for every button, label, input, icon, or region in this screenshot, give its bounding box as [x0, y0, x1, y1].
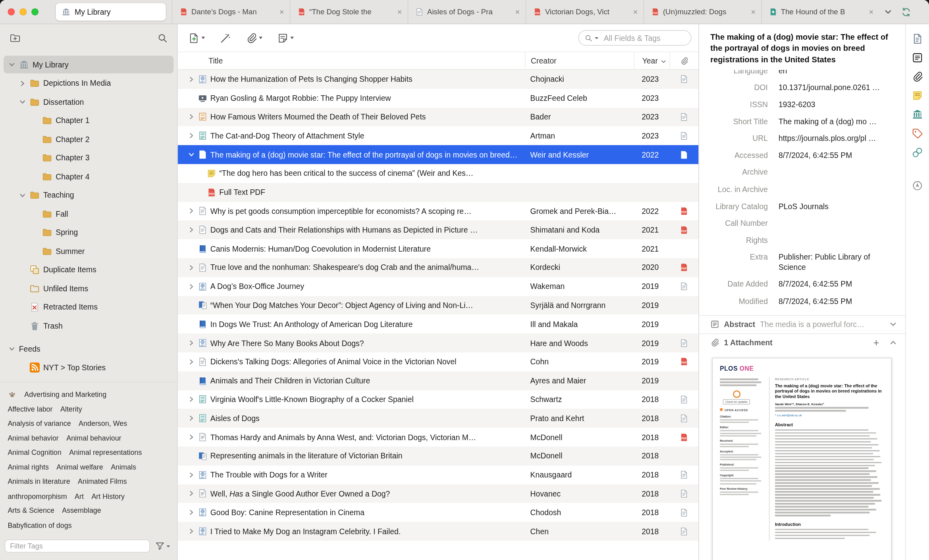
tag-babyfication-of-dogs[interactable]: Babyfication of dogs: [8, 521, 71, 529]
items-search-box[interactable]: [578, 30, 691, 46]
chevron-up-icon[interactable]: [889, 339, 897, 346]
twisty-icon[interactable]: [187, 509, 195, 516]
item-row[interactable]: Why is pet goods consumption imperceptib…: [178, 202, 699, 220]
document-tab-dante-s-dogs-man[interactable]: PDFDante’s Dogs - Man×: [172, 0, 290, 24]
item-pane-tab-tag[interactable]: [912, 128, 923, 139]
item-row[interactable]: Animals and Their Children in Victorian …: [178, 371, 699, 390]
field-value[interactable]: 1932-6203: [776, 100, 905, 109]
item-row[interactable]: The Trouble with Dogs for a WriterKnausg…: [178, 466, 699, 484]
twisty-icon[interactable]: [19, 80, 26, 87]
item-row[interactable]: Canis Modernis: Human/Dog Coevolution in…: [178, 239, 699, 258]
tag-animal-cognition[interactable]: Animal Cognition: [8, 448, 61, 457]
field-value[interactable]: en: [776, 70, 905, 75]
sidebar-item-chapter-2[interactable]: Chapter 2: [4, 130, 173, 148]
chevron-down-icon[interactable]: [889, 321, 897, 328]
tag-animal-behaviour[interactable]: Animal behaviour: [66, 434, 121, 442]
tag-alterity[interactable]: Alterity: [60, 405, 82, 413]
tab-close-button[interactable]: ×: [867, 8, 875, 16]
item-row[interactable]: In Dogs We Trust: An Anthology of Americ…: [178, 315, 699, 333]
tag-assemblage[interactable]: Assemblage: [62, 506, 101, 515]
sidebar-item-summer[interactable]: Summer: [4, 242, 173, 260]
tag-emoji[interactable]: [8, 390, 16, 398]
collection-search-icon[interactable]: [158, 33, 168, 43]
field-value[interactable]: https://journals.plos.org/pl …: [776, 134, 905, 143]
item-row[interactable]: Dickens's Talking Dogs: Allegories of An…: [178, 352, 699, 371]
twisty-icon[interactable]: [187, 264, 195, 271]
tab-close-button[interactable]: ×: [631, 8, 640, 16]
twisty-icon[interactable]: [8, 345, 15, 352]
abstract-section-header[interactable]: Abstract The media is a powerful forc…: [699, 315, 905, 333]
sidebar-item-feeds[interactable]: Feeds: [4, 340, 173, 358]
sidebar-item-duplicate-items[interactable]: Duplicate Items: [4, 261, 173, 279]
tag-art[interactable]: Art: [75, 492, 84, 500]
tag-animal-behavior[interactable]: Animal behavior: [8, 434, 58, 442]
add-attachment-button[interactable]: +: [873, 338, 879, 348]
document-tab-aisles-of-dogs-pra[interactable]: Aisles of Dogs - Pra×: [408, 0, 526, 24]
tab-close-button[interactable]: ×: [749, 8, 757, 16]
field-value[interactable]: The making of a (dog) mo …: [776, 117, 905, 126]
sidebar-item-teaching[interactable]: Teaching: [4, 186, 173, 204]
add-by-identifier-button[interactable]: [220, 32, 231, 43]
item-row[interactable]: Dogs and Cats and Their Relationships wi…: [178, 221, 699, 239]
item-row[interactable]: I Tried to Make My Dog an Instagram Cele…: [178, 522, 699, 541]
new-note-button[interactable]: [277, 32, 294, 43]
zoom-window-button[interactable]: [31, 8, 39, 15]
twisty-icon[interactable]: [187, 339, 195, 346]
tag-anderson-wes[interactable]: Anderson, Wes: [79, 420, 127, 428]
sidebar-item-chapter-3[interactable]: Chapter 3: [4, 149, 173, 167]
attachments-section-header[interactable]: 1 Attachment +: [699, 333, 905, 352]
twisty-icon[interactable]: [187, 358, 195, 366]
twisty-icon[interactable]: [187, 76, 195, 83]
tag-anthropomorphism[interactable]: anthropomorphism: [8, 492, 67, 500]
sidebar-item-fall[interactable]: Fall: [4, 205, 173, 223]
item-row[interactable]: Good Boy: Canine Representation in Cinem…: [178, 503, 699, 522]
column-header-creator[interactable]: Creator: [525, 52, 634, 69]
minimize-window-button[interactable]: [19, 8, 27, 15]
sidebar-item-trash[interactable]: Trash: [4, 317, 173, 335]
tag-art-history[interactable]: Art History: [91, 492, 125, 500]
twisty-icon[interactable]: [187, 396, 195, 403]
item-row[interactable]: A Dog’s Box-Office JourneyWakeman2019: [178, 277, 699, 296]
sidebar-item-retracted-items[interactable]: Retracted Items: [4, 298, 173, 316]
sync-icon[interactable]: [901, 7, 911, 17]
field-value[interactable]: 8/7/2024, 6:42:55 PM: [776, 297, 905, 306]
tag-analysis-of-variance[interactable]: Analysis of variance: [8, 420, 71, 428]
items-search-input[interactable]: [603, 33, 685, 43]
twisty-icon[interactable]: [187, 208, 195, 215]
tab-my-library[interactable]: My Library: [56, 3, 166, 21]
item-row[interactable]: The making of a (dog) movie star: The ef…: [178, 145, 699, 164]
item-row[interactable]: Aisles of DogsPrato and Kehrt2018: [178, 409, 699, 427]
item-row[interactable]: How the Humanization of Pets Is Changing…: [178, 70, 699, 89]
twisty-icon[interactable]: [187, 226, 195, 233]
item-row[interactable]: “When Your Dog Matches Your Decor”: Obje…: [178, 296, 699, 314]
item-pane-tab-abstract[interactable]: [912, 52, 923, 63]
item-row[interactable]: Well, Has a Single Good Author Ever Owne…: [178, 484, 699, 503]
item-row[interactable]: Thomas Hardy and Animals by Anna West, a…: [178, 428, 699, 446]
tag-advertising-and-marketing[interactable]: Advertising and Marketing: [24, 390, 106, 398]
item-row[interactable]: How Famous Writers Mourned the Death of …: [178, 108, 699, 126]
tag-animated-films[interactable]: Animated Films: [78, 477, 127, 486]
field-value[interactable]: 8/7/2024, 6:42:55 PM: [776, 280, 905, 289]
twisty-icon[interactable]: [19, 98, 26, 106]
item-row[interactable]: Representing animals in the literature o…: [178, 446, 699, 465]
tag-animal-rights[interactable]: Animal rights: [8, 463, 49, 471]
document-tab-victorian-dogs-vict[interactable]: PDFVictorian Dogs, Vict×: [526, 0, 644, 24]
twisty-icon[interactable]: [187, 433, 195, 441]
item-pane-tab-info[interactable]: [912, 33, 923, 44]
add-attachment-button[interactable]: [246, 32, 262, 43]
close-window-button[interactable]: [8, 8, 15, 15]
item-pane-tab-locate[interactable]: [912, 180, 923, 191]
sidebar-item-spring[interactable]: Spring: [4, 223, 173, 241]
tab-close-button[interactable]: ×: [513, 8, 522, 16]
tab-list-chevron-icon[interactable]: [884, 8, 892, 16]
tag-animals-in-literature[interactable]: Animals in literature: [8, 477, 70, 486]
new-item-button[interactable]: [189, 32, 205, 43]
sidebar-item-my-library[interactable]: My Library: [4, 56, 173, 73]
tab-close-button[interactable]: ×: [277, 8, 286, 16]
tag-arts-science[interactable]: Arts & Science: [8, 506, 54, 515]
twisty-icon[interactable]: [187, 528, 195, 535]
document-tab-the-hound-of-the-b[interactable]: The Hound of the B×: [761, 0, 879, 24]
item-pane-tab-notes[interactable]: [912, 90, 923, 101]
item-pane-tab-attachment[interactable]: [912, 71, 923, 82]
tag-animal-welfare[interactable]: Animal welfare: [56, 463, 103, 471]
